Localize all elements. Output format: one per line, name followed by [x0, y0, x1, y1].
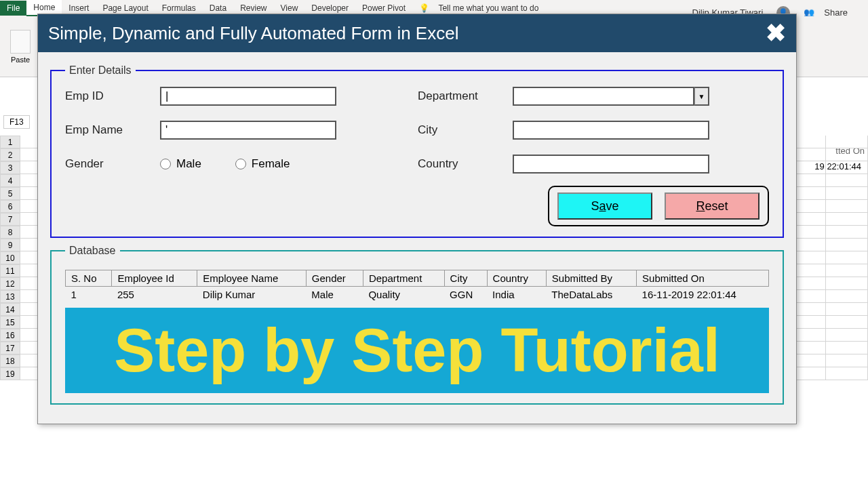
- label-country: Country: [418, 157, 506, 171]
- tutorial-banner: Step by Step Tutorial: [65, 308, 769, 393]
- table-row[interactable]: 1255Dilip KumarMaleQualityGGNIndiaTheDat…: [66, 287, 769, 303]
- combo-department[interactable]: [513, 87, 709, 106]
- paste-button[interactable]: Paste: [10, 30, 31, 64]
- table-header-row: S. NoEmployee IdEmployee NameGenderDepar…: [66, 270, 769, 287]
- reset-button[interactable]: Reset: [665, 192, 760, 220]
- label-department: Department: [418, 89, 506, 103]
- database-frame: Database S. NoEmployee IdEmployee NameGe…: [50, 245, 784, 405]
- radio-male[interactable]: Male: [160, 157, 201, 171]
- userform-dialog: Simple, Dynamic and Fully Automated Form…: [37, 14, 797, 424]
- input-empname[interactable]: [160, 121, 336, 140]
- title-bar: Simple, Dynamic and Fully Automated Form…: [38, 14, 796, 52]
- table-header: Employee Id: [112, 270, 197, 287]
- clipboard-icon: [10, 30, 31, 54]
- input-country[interactable]: [513, 155, 709, 174]
- table-header: Department: [363, 270, 444, 287]
- enter-details-legend: Enter Details: [65, 64, 136, 77]
- table-header: Submitted By: [546, 270, 636, 287]
- combo-department-input[interactable]: [513, 87, 694, 106]
- save-button[interactable]: Save: [557, 192, 652, 220]
- button-frame: Save Reset: [548, 186, 769, 226]
- enter-details-frame: Enter Details Emp ID Department Emp Name…: [50, 64, 784, 238]
- input-city[interactable]: [513, 121, 709, 140]
- table-header: Submitted On: [637, 270, 769, 287]
- table-header: Country: [487, 270, 546, 287]
- radio-female[interactable]: Female: [235, 157, 290, 171]
- label-city: City: [418, 123, 506, 137]
- database-legend: Database: [65, 245, 120, 257]
- input-empid[interactable]: [160, 87, 336, 106]
- row-headers: 12345678910111213141516171819: [0, 136, 20, 380]
- table-header: Employee Name: [197, 270, 306, 287]
- label-gender: Gender: [65, 157, 153, 171]
- label-empname: Emp Name: [65, 123, 153, 137]
- table-header: Gender: [306, 270, 363, 287]
- database-table: S. NoEmployee IdEmployee NameGenderDepar…: [65, 270, 769, 302]
- label-empid: Emp ID: [65, 89, 153, 103]
- table-header: City: [444, 270, 487, 287]
- tab-file[interactable]: File: [0, 1, 26, 16]
- name-box[interactable]: F13: [3, 115, 30, 129]
- dialog-title: Simple, Dynamic and Fully Automated Form…: [48, 23, 458, 44]
- table-header: S. No: [66, 270, 112, 287]
- chevron-down-icon[interactable]: [694, 87, 709, 106]
- close-icon[interactable]: ✖: [766, 21, 786, 45]
